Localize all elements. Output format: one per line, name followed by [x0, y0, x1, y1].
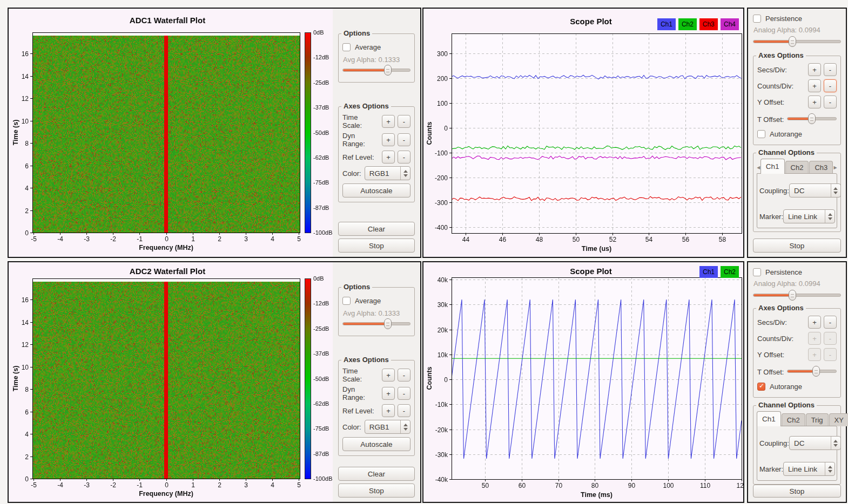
- ref-level-label: Ref Level:: [342, 153, 379, 161]
- tab-trig[interactable]: Trig: [806, 413, 829, 426]
- tab-ch3[interactable]: Ch3: [809, 161, 833, 174]
- slider-track[interactable]: [753, 40, 841, 43]
- y-offset-row: Y Offset: + -: [757, 95, 837, 109]
- tab-ch2[interactable]: Ch2: [785, 161, 809, 174]
- spinbox-arrows-icon[interactable]: [825, 462, 834, 475]
- marker-value: Line Link: [784, 213, 825, 221]
- slider-handle[interactable]: [812, 366, 820, 377]
- color-spinbox[interactable]: RGB1: [365, 420, 410, 434]
- time-scale-minus-button[interactable]: -: [398, 115, 410, 128]
- slider-handle[interactable]: [384, 65, 392, 76]
- ref-level-minus-button[interactable]: -: [398, 151, 410, 164]
- plot-title: ADC2 Waterfall Plot: [9, 267, 326, 276]
- scope-plot-canvas[interactable]: [423, 9, 743, 257]
- plot-title: Scope Plot: [440, 267, 742, 276]
- autoscale-button[interactable]: Autoscale: [342, 437, 410, 451]
- legend-ch4: Ch4: [721, 18, 739, 30]
- ref-level-plus-button[interactable]: +: [382, 151, 395, 164]
- color-row: Color: RGB1: [342, 166, 410, 180]
- stop-button[interactable]: Stop: [753, 239, 841, 253]
- avg-alpha-slider[interactable]: [342, 65, 410, 76]
- slider-handle[interactable]: [384, 318, 392, 329]
- time-scale-plus-button[interactable]: +: [382, 369, 395, 382]
- secs-div-plus-button[interactable]: +: [808, 316, 821, 329]
- tab-ch1[interactable]: Ch1: [757, 411, 781, 426]
- persistence-checkbox[interactable]: [753, 268, 761, 276]
- avg-alpha-slider[interactable]: [342, 318, 410, 329]
- persistence-checkbox[interactable]: [753, 15, 761, 23]
- time-scale-plus-button[interactable]: +: [382, 115, 395, 128]
- spinbox-arrows-icon[interactable]: [825, 210, 834, 223]
- average-row: Average: [342, 294, 410, 307]
- slider-handle[interactable]: [789, 290, 796, 301]
- tab-ch2[interactable]: Ch2: [782, 413, 805, 426]
- dyn-range-minus-button[interactable]: -: [398, 387, 410, 400]
- counts-div-plus-button[interactable]: +: [808, 79, 821, 92]
- analog-alpha-slider[interactable]: [753, 290, 841, 299]
- legend-ch1: Ch1: [699, 266, 718, 278]
- marker-label: Marker:: [759, 213, 783, 221]
- secs-div-label: Secs/Div:: [757, 66, 805, 74]
- spinbox-arrows-icon[interactable]: [831, 437, 840, 449]
- persistence-row: Persistence: [753, 265, 841, 278]
- t-offset-slider[interactable]: [787, 366, 837, 377]
- scope-control-panel-top: Persistence Analog Alpha: 0.0994 Axes Op…: [747, 8, 847, 258]
- counts-div-minus-button[interactable]: -: [824, 79, 837, 92]
- analog-alpha-slider[interactable]: [753, 36, 841, 47]
- slider-handle[interactable]: [808, 113, 816, 124]
- axes-options-title: Axes Options: [341, 356, 391, 364]
- marker-spinbox[interactable]: Line Link: [783, 462, 835, 476]
- options-group: Options Average Avg Alpha: 0.1333: [338, 287, 415, 336]
- coupling-spinbox[interactable]: DC: [789, 183, 841, 197]
- slider-handle[interactable]: [789, 36, 796, 47]
- average-checkbox[interactable]: [342, 297, 351, 305]
- time-scale-row: Time Scale: + -: [342, 113, 410, 130]
- secs-div-plus-button[interactable]: +: [808, 63, 821, 76]
- dyn-range-minus-button[interactable]: -: [398, 133, 410, 146]
- autorange-checkbox[interactable]: [757, 130, 765, 138]
- counts-div-minus-button[interactable]: -: [824, 332, 837, 345]
- y-offset-plus-button[interactable]: +: [808, 348, 821, 361]
- ref-level-plus-button[interactable]: +: [382, 404, 395, 417]
- stop-button[interactable]: Stop: [338, 239, 415, 253]
- color-spinbox[interactable]: RGB1: [365, 166, 410, 180]
- autorange-checkbox[interactable]: [757, 383, 765, 391]
- clear-button[interactable]: Clear: [338, 467, 415, 481]
- adc2-waterfall-canvas[interactable]: [9, 262, 333, 502]
- counts-div-plus-button[interactable]: +: [808, 332, 821, 345]
- average-label: Average: [355, 297, 381, 305]
- tab-scroll-left-icon[interactable]: ◀: [757, 161, 760, 174]
- y-offset-plus-button[interactable]: +: [808, 96, 821, 108]
- average-checkbox[interactable]: [342, 43, 351, 51]
- secs-div-minus-button[interactable]: -: [824, 63, 837, 76]
- stop-button[interactable]: Stop: [338, 483, 415, 498]
- slider-track[interactable]: [342, 69, 410, 72]
- autoscale-button[interactable]: Autoscale: [342, 183, 410, 197]
- slider-track[interactable]: [342, 322, 410, 325]
- tab-xy[interactable]: XY: [829, 413, 848, 426]
- spinbox-arrows-icon[interactable]: [400, 167, 410, 180]
- tab-ch1[interactable]: Ch1: [760, 159, 785, 174]
- y-offset-minus-button[interactable]: -: [824, 96, 837, 108]
- adc1-waterfall-canvas[interactable]: [9, 9, 333, 257]
- t-offset-slider[interactable]: [787, 113, 837, 124]
- ref-level-minus-button[interactable]: -: [398, 404, 410, 417]
- y-offset-minus-button[interactable]: -: [824, 348, 837, 361]
- y-offset-label: Y Offset:: [757, 351, 805, 359]
- time-scale-minus-button[interactable]: -: [398, 369, 410, 382]
- spinbox-arrows-icon[interactable]: [831, 184, 840, 197]
- axes-options-group: Axes Options Secs/Div: + - Counts/Div: +…: [753, 56, 841, 145]
- channel-tab-content: Coupling: DC Marker: Line Link: [757, 426, 837, 481]
- marker-spinbox[interactable]: Line Link: [783, 209, 835, 223]
- clear-button[interactable]: Clear: [338, 222, 415, 236]
- spinbox-arrows-icon[interactable]: [400, 420, 410, 433]
- stop-button[interactable]: Stop: [753, 485, 841, 498]
- scope-plot-canvas[interactable]: [423, 262, 743, 502]
- dyn-range-plus-button[interactable]: +: [382, 387, 395, 400]
- coupling-spinbox[interactable]: DC: [789, 436, 841, 450]
- slider-track[interactable]: [753, 294, 841, 297]
- secs-div-minus-button[interactable]: -: [824, 316, 837, 329]
- tab-scroll-right-icon[interactable]: ▶: [833, 161, 837, 174]
- dyn-range-plus-button[interactable]: +: [382, 133, 395, 146]
- legend-ch2: Ch2: [721, 266, 739, 278]
